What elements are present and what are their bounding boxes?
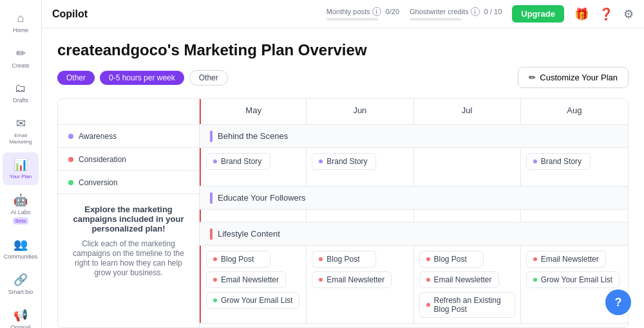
sidebar-label-create: Create — [12, 62, 29, 69]
email-newsletter-label-may: Email Newsletter — [221, 275, 279, 284]
brand-story-label-jun: Brand Story — [327, 157, 367, 166]
month-jul: Jul — [414, 99, 521, 124]
sidebar-item-ai-labs[interactable]: 🤖 AI Labs Beta — [3, 188, 39, 230]
create-icon: ✏ — [16, 46, 26, 60]
sidebar-item-create[interactable]: ✏ Create — [3, 41, 39, 74]
monthly-posts-info-icon[interactable]: i — [372, 7, 381, 16]
upgrade-button[interactable]: Upgrade — [512, 5, 564, 23]
gift-icon[interactable]: 🎁 — [574, 7, 589, 21]
refresh-blog-label-jul: Refresh an Existing Blog Post — [434, 296, 508, 314]
app-name: Copilot — [52, 8, 88, 20]
help-fab-button[interactable]: ? — [605, 289, 631, 315]
behind-scenes-bar — [210, 131, 213, 142]
legend-header-spacer — [58, 99, 199, 125]
grow-email-label-aug: Grow Your Email List — [541, 275, 612, 284]
ghostwriter-bar — [410, 18, 461, 21]
brand-story-aug[interactable]: Brand Story — [526, 153, 591, 170]
educate-aug — [521, 210, 628, 222]
behind-scenes-label: Behind the Scenes — [218, 131, 288, 141]
sidebar-item-email-marketing[interactable]: ✉ Email Marketing — [3, 111, 39, 150]
timeline-grid: May Jun Jul Aug Behind the Scenes — [200, 99, 628, 327]
educate-may — [200, 210, 307, 222]
sidebar-label-plan: Your Plan — [10, 174, 32, 180]
lifestyle-jul: Blog Post Email Newsletter Refresh an Ex… — [414, 246, 521, 323]
legend-info-title: Explore the marketing campaigns included… — [68, 205, 189, 233]
blog-post-dot-jun — [319, 257, 323, 261]
educate-label: Educate Your Followers — [218, 193, 306, 203]
section-header-behind-scenes: Behind the Scenes — [200, 125, 628, 148]
email-icon: ✉ — [16, 116, 26, 131]
email-newsletter-dot-jun — [319, 278, 323, 282]
educate-jun — [307, 210, 413, 222]
sidebar-label-ai: AI Labs — [11, 209, 31, 215]
section-header-educate: Educate Your Followers — [200, 187, 628, 210]
sidebar-item-drafts[interactable]: 🗂 Drafts — [3, 77, 39, 109]
brand-story-label-aug: Brand Story — [541, 157, 582, 166]
sidebar-label-home: Home — [13, 27, 28, 33]
plan-icon: 📊 — [14, 158, 28, 172]
monthly-posts-bar — [327, 18, 378, 21]
page-title: createandgoco's Marketing Plan Overview — [57, 41, 629, 59]
main-area: Copilot Monthly posts i 0/20 Ghostwriter… — [42, 0, 644, 328]
customize-plan-button[interactable]: ✏ Customize Your Plan — [518, 67, 629, 88]
email-newsletter-dot-aug — [533, 257, 537, 261]
grow-email-dot-aug — [533, 278, 537, 282]
grow-email-aug[interactable]: Grow Your Email List — [526, 271, 620, 288]
tag-hours: 0-5 hours per week — [100, 71, 184, 85]
brand-story-dot-aug — [533, 159, 537, 163]
blog-post-dot-jul — [426, 257, 430, 261]
lifestyle-label: Lifestyle Content — [218, 229, 280, 239]
tag-other-1: Other — [57, 71, 95, 85]
brand-story-dot — [213, 159, 217, 163]
lifestyle-jun: Blog Post Email Newsletter — [307, 246, 413, 323]
blog-post-jul[interactable]: Blog Post — [419, 251, 484, 268]
email-newsletter-jul[interactable]: Email Newsletter — [419, 271, 499, 288]
educate-bar — [210, 192, 213, 204]
sidebar-item-communities[interactable]: 👥 Communities — [3, 232, 39, 265]
conversion-label: Conversion — [79, 178, 118, 187]
month-aug: Aug — [521, 99, 628, 124]
grow-email-may[interactable]: Grow Your Email List — [206, 292, 299, 309]
drafts-icon: 🗂 — [15, 82, 26, 95]
awareness-label: Awareness — [79, 132, 117, 141]
blog-post-label-jul: Blog Post — [434, 255, 467, 264]
behind-scenes-may: Brand Story — [200, 148, 307, 186]
blog-post-may[interactable]: Blog Post — [206, 251, 270, 268]
brand-story-jun[interactable]: Brand Story — [312, 153, 376, 170]
email-newsletter-aug[interactable]: Email Newsletter — [526, 251, 606, 268]
legend-conversion: Conversion — [58, 171, 199, 194]
tag-other-2: Other — [189, 70, 228, 86]
ai-icon: 🤖 — [14, 193, 28, 207]
legend-awareness: Awareness — [58, 125, 199, 148]
sidebar-item-original[interactable]: 📢 Original — [3, 303, 39, 328]
consideration-dot — [68, 157, 73, 162]
ghostwriter-info-icon[interactable]: i — [471, 7, 480, 16]
email-newsletter-label-jul: Email Newsletter — [434, 275, 492, 284]
sidebar-item-home[interactable]: ⌂ Home — [3, 6, 39, 39]
refresh-blog-jul[interactable]: Refresh an Existing Blog Post — [419, 292, 515, 318]
email-newsletter-may[interactable]: Email Newsletter — [206, 271, 286, 288]
help-icon[interactable]: ❓ — [599, 7, 613, 21]
tag-row: Other 0-5 hours per week Other ✏ Customi… — [57, 67, 629, 88]
email-newsletter-label-jun: Email Newsletter — [327, 275, 384, 284]
sidebar-label-original: Original — [10, 324, 30, 328]
legend-panel: Awareness Consideration Conversion Explo… — [58, 99, 200, 327]
sidebar-item-smartbio[interactable]: 🔗 Smart.bio — [3, 268, 39, 300]
settings-icon[interactable]: ⚙ — [623, 7, 634, 21]
awareness-dot — [68, 134, 73, 139]
sidebar-item-your-plan[interactable]: 📊 Your Plan — [3, 152, 39, 185]
sidebar-label-communities: Communities — [4, 253, 38, 260]
lifestyle-content: Blog Post Email Newsletter Grow Your Ema… — [200, 246, 628, 323]
lifestyle-may: Blog Post Email Newsletter Grow Your Ema… — [200, 246, 307, 323]
top-header: Copilot Monthly posts i 0/20 Ghostwriter… — [42, 0, 644, 28]
blog-post-jun[interactable]: Blog Post — [312, 251, 376, 268]
monthly-posts-label: Monthly posts i 0/20 — [327, 7, 399, 16]
section-lifestyle: Lifestyle Content Blog Post Email Newsle… — [200, 223, 628, 323]
home-icon: ⌂ — [17, 12, 24, 25]
behind-scenes-aug: Brand Story — [521, 148, 628, 186]
email-newsletter-jun[interactable]: Email Newsletter — [312, 271, 392, 288]
refresh-blog-dot-jul — [426, 303, 430, 307]
brand-story-may[interactable]: Brand Story — [206, 153, 270, 170]
blog-post-label-jun: Blog Post — [327, 255, 359, 264]
sidebar-label-email: Email Marketing — [6, 132, 35, 145]
